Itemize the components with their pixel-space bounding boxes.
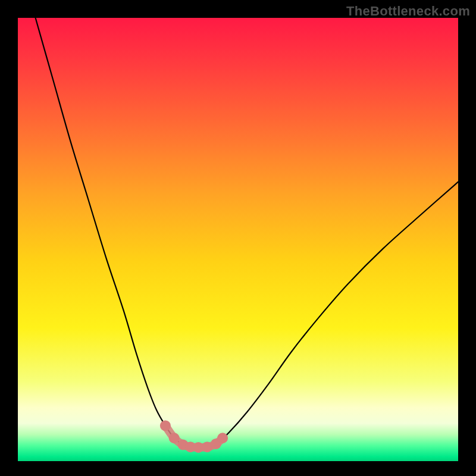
highlight-dot: [169, 433, 180, 443]
bottleneck-chart: [0, 0, 476, 476]
highlight-dot: [217, 433, 228, 443]
chart-container: { "watermark": "TheBottleneck.com", "cha…: [0, 0, 476, 476]
highlight-dot: [160, 420, 171, 431]
watermark-text: TheBottleneck.com: [346, 4, 470, 19]
